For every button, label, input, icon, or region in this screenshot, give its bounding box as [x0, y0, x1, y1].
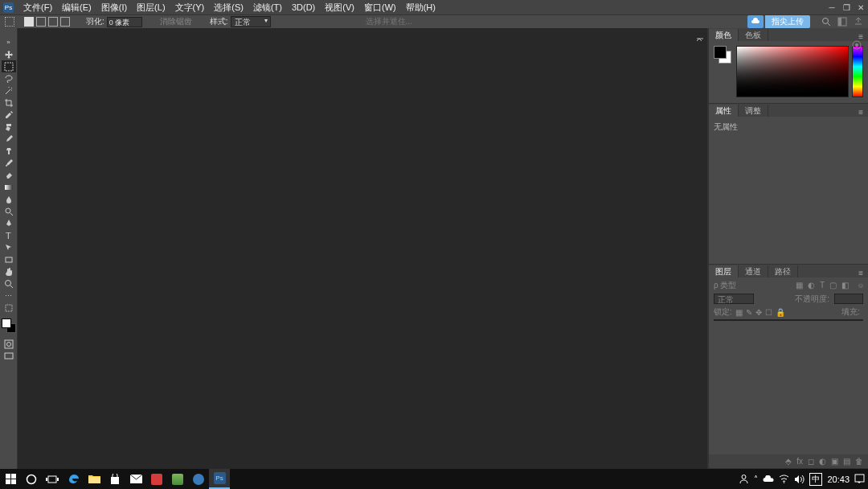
lock-nest-icon[interactable]: ☐ — [765, 308, 772, 317]
color-fg-swatch[interactable] — [714, 46, 727, 59]
taskbar-app-blue[interactable] — [188, 469, 209, 489]
history-shortcut-icon[interactable] — [693, 33, 707, 47]
workspace-icon[interactable] — [837, 17, 847, 27]
share-doc-icon[interactable] — [854, 17, 863, 27]
menu-filter[interactable]: 滤镜(T) — [248, 0, 287, 14]
menu-help[interactable]: 帮助(H) — [401, 0, 440, 14]
filter-smart-icon[interactable]: ◧ — [841, 281, 849, 290]
taskbar-photoshop[interactable]: Ps — [209, 469, 230, 489]
hue-slider[interactable] — [852, 46, 863, 97]
delete-layer-icon[interactable]: 🗑 — [855, 457, 863, 466]
taskbar-mail[interactable] — [125, 469, 146, 489]
cloud-icon[interactable] — [747, 15, 764, 28]
tool-crop[interactable] — [2, 97, 16, 109]
lock-pixels-icon[interactable]: ▦ — [735, 308, 743, 317]
tool-rectangle[interactable] — [2, 253, 16, 265]
menu-edit[interactable]: 编辑(E) — [57, 0, 96, 14]
tool-gradient[interactable] — [2, 181, 16, 193]
tab-layers[interactable]: 图层 — [709, 265, 739, 277]
search-icon[interactable] — [821, 17, 831, 27]
taskbar-store[interactable] — [104, 469, 125, 489]
new-group-icon[interactable]: ▣ — [831, 457, 838, 466]
menu-image[interactable]: 图像(I) — [96, 0, 132, 14]
selection-subtract-icon[interactable] — [48, 17, 58, 27]
screenmode-toggle[interactable] — [2, 350, 16, 362]
tab-color[interactable]: 颜色 — [709, 29, 739, 41]
tool-dodge[interactable] — [2, 205, 16, 217]
tray-volume-icon[interactable] — [794, 475, 805, 484]
canvas[interactable] — [18, 28, 708, 469]
tray-onedrive-icon[interactable] — [763, 475, 774, 483]
tab-paths[interactable]: 路径 — [768, 265, 798, 277]
filter-adjust-icon[interactable]: ◐ — [808, 281, 815, 290]
tool-hand[interactable] — [2, 265, 16, 277]
taskview-icon[interactable] — [42, 469, 63, 489]
tool-spot-heal[interactable] — [2, 121, 16, 133]
tray-notifications-icon[interactable] — [854, 474, 865, 484]
maximize-button[interactable]: ❐ — [839, 0, 854, 14]
tool-clone[interactable] — [2, 145, 16, 157]
menu-3d[interactable]: 3D(D) — [287, 0, 320, 14]
tool-move[interactable] — [2, 48, 16, 60]
taskbar-explorer[interactable] — [84, 469, 104, 489]
layer-mask-icon[interactable]: ◻ — [808, 457, 814, 466]
tab-properties[interactable]: 属性 — [709, 105, 739, 117]
filter-toggle-icon[interactable]: ⌾ — [858, 281, 863, 290]
lock-all-icon[interactable]: 🔒 — [776, 308, 785, 317]
tray-people-icon[interactable] — [739, 474, 749, 484]
share-button[interactable]: 指尖上传 — [765, 15, 810, 28]
menu-window[interactable]: 窗口(W) — [359, 0, 401, 14]
new-layer-icon[interactable]: ▤ — [843, 457, 850, 466]
opacity-input[interactable] — [834, 294, 863, 304]
taskbar-app-green[interactable] — [167, 469, 188, 489]
menu-file[interactable]: 文件(F) — [18, 0, 57, 14]
tool-eyedropper[interactable] — [2, 109, 16, 121]
cortana-icon[interactable] — [21, 469, 42, 489]
tool-brush[interactable] — [2, 133, 16, 145]
close-button[interactable]: ✕ — [854, 0, 868, 14]
selection-new-icon[interactable] — [24, 17, 34, 27]
lock-artboard-icon[interactable]: ✥ — [755, 308, 762, 317]
tool-rect-marquee[interactable] — [2, 60, 16, 72]
taskbar-edge[interactable] — [63, 469, 84, 489]
tray-overflow-icon[interactable]: ˄ — [754, 475, 758, 483]
filter-type-icon[interactable]: T — [820, 281, 825, 290]
quickmask-toggle[interactable] — [2, 338, 16, 350]
minimize-button[interactable]: ─ — [825, 0, 839, 14]
filter-pixel-icon[interactable]: ▦ — [796, 281, 803, 290]
menu-select[interactable]: 选择(S) — [209, 0, 248, 14]
tool-pen[interactable] — [2, 217, 16, 229]
selection-intersect-icon[interactable] — [60, 17, 70, 27]
tool-magic-wand[interactable] — [2, 84, 16, 97]
props-panel-menu-icon[interactable]: ≡ — [854, 108, 868, 117]
tool-more[interactable]: ⋯ — [2, 290, 16, 302]
foreground-color-swatch[interactable] — [2, 318, 11, 328]
tool-history-brush[interactable] — [2, 157, 16, 169]
layers-list[interactable] — [714, 319, 863, 321]
start-button[interactable] — [0, 469, 21, 489]
blend-mode-select[interactable]: 正常 — [714, 294, 754, 304]
feather-input[interactable]: 0 像素 — [107, 17, 142, 27]
menu-view[interactable]: 视图(V) — [320, 0, 359, 14]
tab-adjustments[interactable]: 调整 — [739, 105, 768, 117]
tool-blur[interactable] — [2, 193, 16, 205]
tray-wifi-icon[interactable] — [779, 475, 789, 483]
tool-eraser[interactable] — [2, 169, 16, 181]
tool-type[interactable]: T — [2, 229, 16, 241]
color-panel-swatches[interactable] — [714, 46, 733, 98]
layer-fx-icon[interactable]: fx — [796, 457, 803, 466]
tool-zoom[interactable] — [2, 277, 16, 290]
style-select[interactable]: 正常 — [231, 16, 271, 27]
tool-edit-toolbar[interactable] — [2, 302, 16, 314]
lock-position-icon[interactable]: ✎ — [746, 308, 752, 317]
menu-type[interactable]: 文字(Y) — [170, 0, 210, 14]
tool-lasso[interactable] — [2, 72, 16, 84]
tab-swatches[interactable]: 色板 — [739, 29, 768, 41]
color-swatches[interactable] — [2, 318, 16, 333]
taskbar-app-red[interactable] — [146, 469, 167, 489]
tab-channels[interactable]: 通道 — [739, 265, 768, 277]
tray-ime-badge[interactable]: 中 — [809, 473, 822, 486]
selection-add-icon[interactable] — [36, 17, 46, 27]
tray-clock[interactable]: 20:43 — [827, 475, 850, 484]
menu-layer[interactable]: 图层(L) — [132, 0, 170, 14]
